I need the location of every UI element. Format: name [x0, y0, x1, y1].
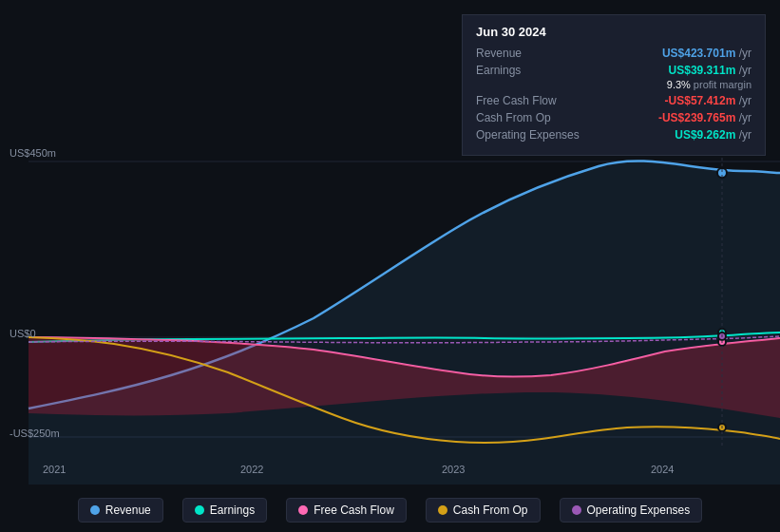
legend-dot-opex	[572, 505, 581, 515]
tooltip-panel: Jun 30 2024 Revenue US$423.701m /yr Earn…	[462, 14, 766, 156]
legend-item-earnings[interactable]: Earnings	[182, 498, 267, 522]
legend-label-cashfromop: Cash From Op	[453, 504, 528, 517]
chart-legend: Revenue Earnings Free Cash Flow Cash Fro…	[0, 498, 780, 522]
y-label-top: US$450m	[10, 147, 56, 159]
x-label-2021: 2021	[43, 464, 66, 475]
x-label-2023: 2023	[442, 464, 465, 475]
tooltip-margin-value: 9.3%	[667, 79, 691, 90]
legend-item-opex[interactable]: Operating Expenses	[560, 498, 703, 522]
legend-item-revenue[interactable]: Revenue	[78, 498, 163, 522]
tooltip-date: Jun 30 2024	[476, 25, 751, 39]
tooltip-value-earnings: US$39.311m /yr	[669, 64, 751, 77]
tooltip-row-cashfromop: Cash From Op -US$239.765m /yr	[476, 111, 751, 124]
legend-item-fcf[interactable]: Free Cash Flow	[286, 498, 407, 522]
y-label-bottom: -US$250m	[10, 428, 60, 439]
tooltip-sub-margin: 9.3% profit margin	[476, 79, 751, 90]
x-label-2022: 2022	[240, 464, 263, 475]
tooltip-row-earnings: Earnings US$39.311m /yr	[476, 64, 751, 77]
tooltip-label-cashfromop: Cash From Op	[476, 111, 590, 124]
tooltip-label-fcf: Free Cash Flow	[476, 94, 590, 107]
legend-item-cashfromop[interactable]: Cash From Op	[426, 498, 541, 522]
tooltip-label-opex: Operating Expenses	[476, 128, 590, 142]
tooltip-label-revenue: Revenue	[476, 47, 590, 60]
tooltip-value-cashfromop: -US$239.765m /yr	[658, 111, 751, 124]
tooltip-row-revenue: Revenue US$423.701m /yr	[476, 47, 751, 60]
legend-label-fcf: Free Cash Flow	[314, 504, 394, 517]
tooltip-value-revenue: US$423.701m /yr	[662, 47, 751, 60]
legend-label-earnings: Earnings	[210, 504, 255, 517]
legend-dot-earnings	[195, 505, 204, 515]
x-label-2024: 2024	[651, 464, 674, 475]
legend-label-revenue: Revenue	[105, 504, 151, 517]
tooltip-row-fcf: Free Cash Flow -US$57.412m /yr	[476, 94, 751, 107]
legend-dot-cashfromop	[438, 505, 447, 515]
legend-dot-fcf	[298, 505, 308, 515]
tooltip-label-earnings: Earnings	[476, 64, 590, 77]
tooltip-row-opex: Operating Expenses US$9.262m /yr	[476, 128, 751, 142]
tooltip-value-fcf: -US$57.412m /yr	[665, 94, 751, 107]
legend-dot-revenue	[90, 505, 100, 515]
legend-label-opex: Operating Expenses	[587, 504, 691, 517]
y-label-zero: US$0	[10, 328, 36, 339]
tooltip-value-opex: US$9.262m /yr	[675, 128, 751, 142]
